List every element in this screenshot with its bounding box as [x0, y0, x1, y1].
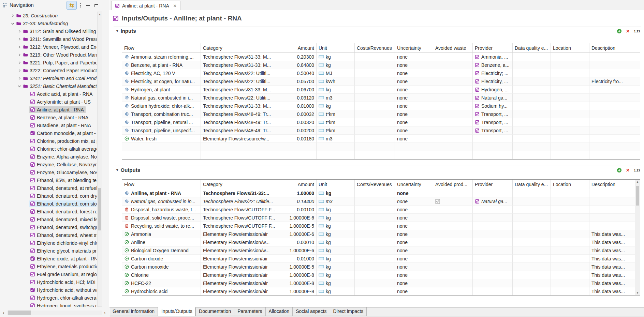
provider-cell[interactable]	[473, 214, 513, 222]
provider-cell[interactable]: Transport, ...	[473, 110, 513, 118]
navigation-view-tab[interactable]: Navigation	[2, 2, 34, 8]
flow-cell[interactable]: Ammonia	[122, 230, 201, 238]
provider-cell[interactable]	[473, 189, 513, 197]
scroll-left-icon[interactable]: ‹	[1, 310, 6, 316]
uncertainty-cell[interactable]: none	[395, 263, 433, 271]
column-header[interactable]: Uncertainty	[395, 180, 433, 189]
avoided-cell[interactable]	[433, 255, 473, 263]
unit-cell[interactable]: kg	[317, 61, 355, 69]
provider-cell[interactable]	[473, 271, 513, 279]
costs-cell[interactable]	[355, 197, 395, 206]
tree-item[interactable]: Ethylene, materials productio	[0, 262, 97, 270]
tree-item[interactable]: Ethanol, 85%, at blending ter	[0, 176, 97, 184]
tree-item[interactable]: Benzene, at plant - RNA	[0, 114, 97, 121]
costs-cell[interactable]	[355, 61, 395, 69]
amount-cell[interactable]: 1.00000E-8	[277, 271, 317, 279]
bottom-tab-allocation[interactable]: Allocation	[266, 307, 293, 316]
unit-cell[interactable]: t*km	[317, 126, 355, 135]
expander-expanded-icon[interactable]	[16, 84, 22, 89]
data-quality-cell[interactable]	[513, 135, 551, 143]
expander-collapsed-icon[interactable]	[16, 76, 22, 81]
flow-cell[interactable]: Water, fresh	[122, 135, 201, 143]
uncertainty-cell[interactable]: none	[395, 197, 433, 206]
provider-cell[interactable]	[473, 222, 513, 230]
costs-cell[interactable]	[355, 69, 395, 77]
category-cell[interactable]: Technosphere Flows/CUTOFF F...	[201, 206, 277, 214]
amount-cell[interactable]: 1.00000E-8	[277, 287, 317, 296]
expander-collapsed-icon[interactable]	[16, 45, 22, 49]
tree-item[interactable]: 3219: Other Wood Product Manu	[0, 51, 97, 59]
location-cell[interactable]	[551, 206, 589, 214]
flow-cell[interactable]: Benzene, at plant - RNA	[122, 61, 201, 69]
avoided-cell[interactable]	[433, 135, 473, 143]
category-cell[interactable]: Elementary Flows/emission/w...	[201, 246, 277, 255]
expander-collapsed-icon[interactable]	[10, 13, 15, 18]
amount-cell[interactable]: 0.06700	[277, 86, 317, 94]
unit-cell[interactable]: t*km	[317, 110, 355, 118]
location-cell[interactable]	[551, 102, 589, 110]
uncertainty-cell[interactable]: none	[395, 110, 433, 118]
column-header[interactable]: Unit	[317, 43, 355, 53]
amount-cell[interactable]: 0.50040	[277, 69, 317, 77]
category-cell[interactable]: Technosphere Flows/22: Utiliti...	[201, 77, 277, 86]
costs-cell[interactable]	[355, 94, 395, 102]
bottom-tab-parameters[interactable]: Parameters	[234, 307, 265, 316]
data-quality-cell[interactable]	[513, 189, 551, 197]
location-cell[interactable]	[551, 246, 589, 255]
data-quality-cell[interactable]	[513, 61, 551, 69]
tree-item[interactable]: 3112: Grain and Oilseed Milling	[0, 27, 97, 35]
category-cell[interactable]: Elementary Flows/resource/w...	[201, 135, 277, 143]
bottom-tab-documentation[interactable]: Documentation	[196, 307, 234, 316]
expander-collapsed-icon[interactable]	[16, 29, 22, 34]
category-cell[interactable]: Technosphere Flows/48-49: Tr...	[201, 110, 277, 118]
column-header[interactable]: Location	[551, 43, 589, 53]
flow-cell[interactable]: Transport, pipeline, unspecif...	[122, 126, 201, 135]
data-quality-cell[interactable]	[513, 214, 551, 222]
provider-cell[interactable]: Transport, ...	[473, 118, 513, 126]
avoided-cell[interactable]	[433, 102, 473, 110]
data-quality-cell[interactable]	[513, 287, 551, 296]
description-cell[interactable]: This data was...	[589, 271, 633, 279]
avoided-cell[interactable]	[433, 118, 473, 126]
tree-horizontal-scrollbar[interactable]: ‹ ›	[0, 310, 108, 316]
amount-cell[interactable]: 1.00000E-6	[277, 214, 317, 222]
column-header[interactable]: Data quality e...	[513, 180, 551, 189]
provider-cell[interactable]	[473, 255, 513, 263]
data-quality-cell[interactable]	[513, 255, 551, 263]
costs-cell[interactable]	[355, 126, 395, 135]
avoided-cell[interactable]	[433, 53, 473, 61]
tree-item[interactable]: Enzyme, Cellulase, Novozyme	[0, 161, 97, 168]
column-header[interactable]: Provider	[473, 43, 513, 53]
location-cell[interactable]	[551, 77, 589, 86]
location-cell[interactable]	[551, 279, 589, 287]
data-quality-cell[interactable]	[513, 110, 551, 118]
costs-cell[interactable]	[355, 214, 395, 222]
category-cell[interactable]: Elementary Flows/emission/air	[201, 279, 277, 287]
scroll-right-icon[interactable]: ›	[102, 310, 108, 316]
data-quality-cell[interactable]	[513, 263, 551, 271]
category-cell[interactable]: Elementary Flows/emission/w...	[201, 238, 277, 246]
column-header[interactable]: Avoided prod...	[433, 180, 473, 189]
category-cell[interactable]: Technosphere Flows/48-49: Tr...	[201, 118, 277, 126]
location-cell[interactable]	[551, 222, 589, 230]
data-quality-cell[interactable]	[513, 222, 551, 230]
flow-cell[interactable]: Hydrogen, at plant	[122, 86, 201, 94]
amount-cell[interactable]: 0.00100	[277, 206, 317, 214]
description-cell[interactable]: This data was...	[589, 238, 633, 246]
scrollbar-thumb[interactable]	[8, 311, 31, 315]
column-header[interactable]: Provider	[473, 180, 513, 189]
unit-cell[interactable]: m3	[317, 197, 355, 206]
description-cell[interactable]: This data was...	[589, 287, 633, 296]
amount-cell[interactable]: 1.00000E-6	[277, 246, 317, 255]
location-cell[interactable]	[551, 53, 589, 61]
uncertainty-cell[interactable]: none	[395, 53, 433, 61]
uncertainty-cell[interactable]: none	[395, 94, 433, 102]
column-header[interactable]: Description	[589, 180, 633, 189]
description-cell[interactable]: This data was...	[589, 230, 633, 238]
bottom-tab-general-information[interactable]: General information	[109, 307, 158, 316]
tree-item[interactable]: Acetic acid, at plant - RNA	[0, 90, 97, 98]
column-header[interactable]: Costs/Revenues	[355, 43, 395, 53]
uncertainty-cell[interactable]: none	[395, 135, 433, 143]
tree-item[interactable]: Ethylene dichloride-vinyl chlo	[0, 239, 97, 247]
tree-item[interactable]: 3251: Basic Chemical Manufactu	[0, 82, 97, 90]
